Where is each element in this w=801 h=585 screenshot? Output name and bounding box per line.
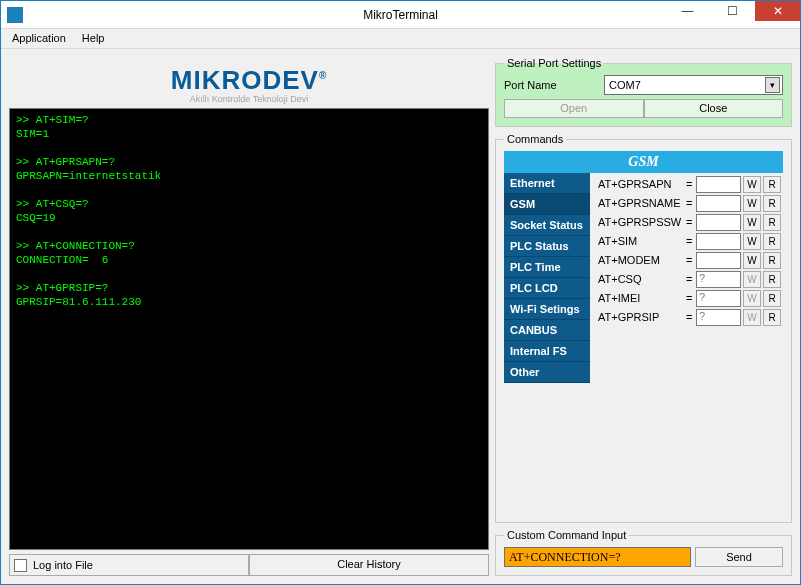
write-button[interactable]: W [743, 233, 761, 250]
close-serial-button[interactable]: Close [644, 99, 784, 118]
logo-subtitle: Akıllı Kontrolde Teknoloji Devi [9, 94, 489, 104]
log-into-file-control[interactable]: Log into File [9, 554, 249, 576]
equals-sign: = [686, 216, 696, 228]
command-rows: AT+GPRSAPN=WRAT+GPRSNAME=WRAT+GPRSPSSW=W… [590, 173, 783, 383]
clear-history-button[interactable]: Clear History [249, 554, 489, 576]
cmd-input[interactable] [696, 176, 741, 193]
write-button[interactable]: W [743, 176, 761, 193]
serial-port-settings: Serial Port Settings Port Name COM7 ▾ Op… [495, 57, 792, 127]
send-button[interactable]: Send [695, 547, 783, 567]
titlebar: MikroTerminal — ☐ ✕ [1, 1, 800, 29]
commands-inner: GSM EthernetGSMSocket StatusPLC StatusPL… [504, 151, 783, 514]
cmd-input[interactable]: ? [696, 290, 741, 307]
commands-panel: Commands GSM EthernetGSMSocket StatusPLC… [495, 133, 792, 523]
minimize-button[interactable]: — [665, 1, 710, 21]
equals-sign: = [686, 254, 696, 266]
log-checkbox[interactable] [14, 559, 27, 572]
cmd-label: AT+GPRSNAME [598, 197, 686, 209]
content-area: MIKRODEV® Akıllı Kontrolde Teknoloji Dev… [1, 49, 800, 584]
cmd-row: AT+GPRSNAME=WR [598, 194, 781, 212]
equals-sign: = [686, 197, 696, 209]
close-button[interactable]: ✕ [755, 1, 800, 21]
write-button: W [743, 271, 761, 288]
log-checkbox-label: Log into File [33, 559, 93, 571]
menu-help[interactable]: Help [76, 31, 111, 46]
open-close-row: Open Close [504, 99, 783, 118]
cmd-input[interactable] [696, 214, 741, 231]
window-controls: — ☐ ✕ [665, 1, 800, 21]
cmd-input[interactable]: ? [696, 309, 741, 326]
cmd-input[interactable]: ? [696, 271, 741, 288]
read-button[interactable]: R [763, 271, 781, 288]
write-button[interactable]: W [743, 214, 761, 231]
cmd-row: AT+GPRSIP=?WR [598, 308, 781, 326]
read-button[interactable]: R [763, 309, 781, 326]
custom-command-input[interactable]: AT+CONNECTION=? [504, 547, 691, 567]
tab-plc-status[interactable]: PLC Status [504, 236, 590, 257]
cmd-input[interactable] [696, 195, 741, 212]
commands-main: EthernetGSMSocket StatusPLC StatusPLC Ti… [504, 173, 783, 383]
tab-socket-status[interactable]: Socket Status [504, 215, 590, 236]
logo: MIKRODEV® Akıllı Kontrolde Teknoloji Dev… [9, 57, 489, 108]
cmd-label: AT+GPRSIP [598, 311, 686, 323]
tab-internal-fs[interactable]: Internal FS [504, 341, 590, 362]
equals-sign: = [686, 273, 696, 285]
cmd-input[interactable] [696, 233, 741, 250]
write-button[interactable]: W [743, 252, 761, 269]
chevron-down-icon: ▾ [765, 77, 780, 93]
cmd-row: AT+CSQ=?WR [598, 270, 781, 288]
read-button[interactable]: R [763, 252, 781, 269]
cmd-label: AT+SIM [598, 235, 686, 247]
equals-sign: = [686, 292, 696, 304]
equals-sign: = [686, 235, 696, 247]
cmd-input[interactable] [696, 252, 741, 269]
cmd-label: AT+GPRSPSSW [598, 216, 686, 228]
custom-command-row: AT+CONNECTION=? Send [504, 547, 783, 567]
read-button[interactable]: R [763, 176, 781, 193]
tab-wi-fi-setings[interactable]: Wi-Fi Setings [504, 299, 590, 320]
cmd-row: AT+MODEM=WR [598, 251, 781, 269]
tab-other[interactable]: Other [504, 362, 590, 383]
read-button[interactable]: R [763, 214, 781, 231]
open-button[interactable]: Open [504, 99, 644, 118]
cmd-row: AT+IMEI=?WR [598, 289, 781, 307]
port-name-select[interactable]: COM7 ▾ [604, 75, 783, 95]
read-button[interactable]: R [763, 233, 781, 250]
logo-text: MIKRODEV® [9, 65, 489, 96]
read-button[interactable]: R [763, 290, 781, 307]
cmd-row: AT+GPRSPSSW=WR [598, 213, 781, 231]
left-pane: MIKRODEV® Akıllı Kontrolde Teknoloji Dev… [9, 57, 489, 576]
cmd-label: AT+CSQ [598, 273, 686, 285]
equals-sign: = [686, 311, 696, 323]
cmd-label: AT+GPRSAPN [598, 178, 686, 190]
menubar: Application Help [1, 29, 800, 49]
tab-ethernet[interactable]: Ethernet [504, 173, 590, 194]
custom-command-panel: Custom Command Input AT+CONNECTION=? Sen… [495, 529, 792, 576]
cmd-row: AT+GPRSAPN=WR [598, 175, 781, 193]
tab-canbus[interactable]: CANBUS [504, 320, 590, 341]
port-name-value: COM7 [609, 79, 641, 91]
tab-plc-lcd[interactable]: PLC LCD [504, 278, 590, 299]
port-name-row: Port Name COM7 ▾ [504, 75, 783, 95]
read-button[interactable]: R [763, 195, 781, 212]
maximize-button[interactable]: ☐ [710, 1, 755, 21]
tab-gsm[interactable]: GSM [504, 194, 590, 215]
commands-header: GSM [504, 151, 783, 173]
right-pane: Serial Port Settings Port Name COM7 ▾ Op… [495, 57, 792, 576]
terminal-output: >> AT+SIM=? SIM=1 >> AT+GPRSAPN=? GPRSAP… [9, 108, 489, 550]
command-tabs: EthernetGSMSocket StatusPLC StatusPLC Ti… [504, 173, 590, 383]
serial-legend: Serial Port Settings [504, 57, 604, 69]
equals-sign: = [686, 178, 696, 190]
cmd-label: AT+IMEI [598, 292, 686, 304]
cmd-row: AT+SIM=WR [598, 232, 781, 250]
terminal-footer: Log into File Clear History [9, 554, 489, 576]
write-button[interactable]: W [743, 195, 761, 212]
app-window: MikroTerminal — ☐ ✕ Application Help MIK… [0, 0, 801, 585]
commands-legend: Commands [504, 133, 566, 145]
menu-application[interactable]: Application [6, 31, 72, 46]
write-button: W [743, 309, 761, 326]
tab-plc-time[interactable]: PLC Time [504, 257, 590, 278]
logo-reg-icon: ® [319, 70, 327, 81]
cmd-label: AT+MODEM [598, 254, 686, 266]
port-name-label: Port Name [504, 79, 604, 91]
